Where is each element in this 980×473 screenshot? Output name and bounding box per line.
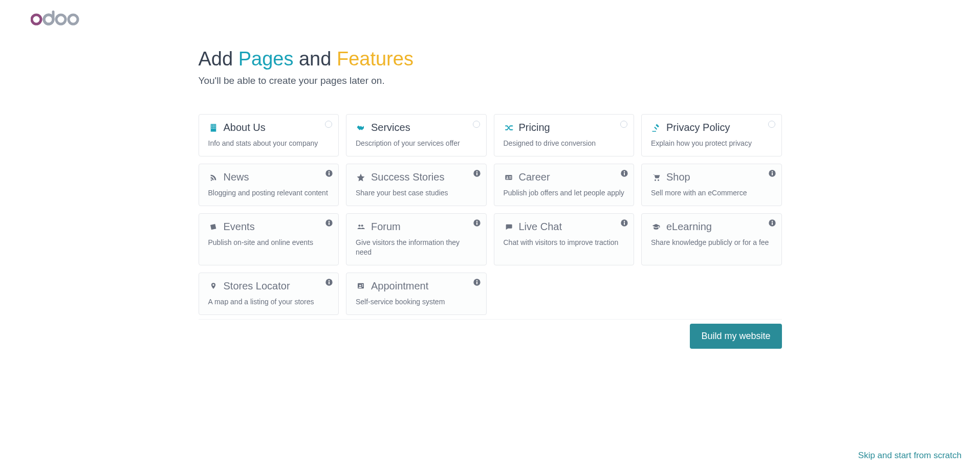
feature-card-pricing[interactable]: PricingDesigned to drive conversion <box>494 114 635 156</box>
svg-point-24 <box>361 224 363 227</box>
select-circle-icon[interactable] <box>473 121 480 128</box>
card-title: eLearning <box>651 221 772 233</box>
feature-card-events[interactable]: EventsPublish on-site and online events <box>199 213 339 265</box>
svg-point-32 <box>771 221 772 222</box>
card-title-text: Shop <box>666 171 690 183</box>
feature-card-services[interactable]: ServicesDescription of your services off… <box>346 114 487 156</box>
feature-card-appointment[interactable]: AppointmentSelf-service booking system <box>346 273 487 315</box>
feature-card-forum[interactable]: ForumGive visitors the information they … <box>346 213 487 265</box>
svg-point-35 <box>329 280 330 281</box>
card-title: Career <box>504 171 625 183</box>
star-icon <box>356 172 366 183</box>
card-title-text: Events <box>224 221 255 233</box>
card-title-text: Live Chat <box>519 221 562 233</box>
feature-grid: About UsInfo and stats about your compan… <box>199 114 782 315</box>
card-description: Publish job offers and let people apply <box>504 188 625 197</box>
card-title-text: News <box>224 171 249 183</box>
pin-icon <box>208 281 219 291</box>
svg-point-26 <box>476 221 477 222</box>
svg-point-3 <box>69 15 78 24</box>
card-title: Stores Locator <box>208 280 330 292</box>
info-icon[interactable] <box>620 169 628 177</box>
card-title: Shop <box>651 171 772 183</box>
select-circle-icon[interactable] <box>325 121 332 128</box>
card-description: Publish on-site and online events <box>208 238 330 247</box>
card-title: Success Stories <box>356 171 477 183</box>
svg-point-2 <box>56 15 66 24</box>
rss-icon <box>208 172 219 183</box>
svg-rect-22 <box>329 222 330 225</box>
card-title: Events <box>208 221 330 233</box>
cart-icon <box>651 172 661 183</box>
svg-point-1 <box>44 15 53 24</box>
info-icon[interactable] <box>473 278 481 286</box>
addressbook-icon <box>356 281 366 291</box>
users-icon <box>356 222 366 232</box>
card-description: Give visitors the information they need <box>356 238 477 256</box>
svg-point-16 <box>658 179 659 181</box>
card-title-text: Pricing <box>519 122 550 133</box>
svg-point-21 <box>329 221 330 222</box>
info-icon[interactable] <box>473 219 481 227</box>
card-title: About Us <box>208 122 330 133</box>
gavel-icon <box>651 123 661 133</box>
info-icon[interactable] <box>325 278 333 286</box>
feature-card-about-us[interactable]: About UsInfo and stats about your compan… <box>199 114 339 156</box>
card-title: Live Chat <box>504 221 625 233</box>
card-title-text: Services <box>371 122 410 133</box>
feature-card-stores-locator[interactable]: Stores LocatorA map and a listing of you… <box>199 273 339 315</box>
svg-rect-33 <box>772 222 773 225</box>
card-title-text: Appointment <box>371 280 428 292</box>
card-title-text: About Us <box>224 122 266 133</box>
svg-rect-27 <box>476 222 477 225</box>
card-title-text: Career <box>519 171 550 183</box>
svg-rect-6 <box>329 173 330 175</box>
handshake-icon <box>356 123 366 133</box>
build-website-button[interactable]: Build my website <box>690 324 781 349</box>
card-description: A map and a listing of your stores <box>208 297 330 306</box>
svg-point-40 <box>476 280 477 281</box>
card-title: News <box>208 171 330 183</box>
feature-card-career[interactable]: CareerPublish job offers and let people … <box>494 164 635 206</box>
svg-rect-36 <box>329 281 330 284</box>
feature-card-elearning[interactable]: eLearningShare knowledge publicly or for… <box>641 213 782 265</box>
svg-point-15 <box>655 179 656 181</box>
svg-point-0 <box>32 15 41 24</box>
svg-rect-9 <box>476 173 477 175</box>
info-icon[interactable] <box>768 219 776 227</box>
card-title-text: Forum <box>371 221 401 233</box>
feature-card-privacy-policy[interactable]: Privacy PolicyExplain how you protect pr… <box>641 114 782 156</box>
select-circle-icon[interactable] <box>620 121 627 128</box>
page-subtitle: You'll be able to create your pages late… <box>199 75 782 86</box>
card-description: Blogging and posting relevant content <box>208 188 330 197</box>
card-title-text: Success Stories <box>371 171 444 183</box>
info-icon[interactable] <box>325 169 333 177</box>
feature-card-live-chat[interactable]: Live ChatChat with visitors to improve t… <box>494 213 635 265</box>
svg-rect-41 <box>476 281 477 284</box>
info-icon[interactable] <box>325 219 333 227</box>
svg-point-38 <box>359 285 361 286</box>
page-title: Add Pages and Features <box>199 48 782 70</box>
card-description: Explain how you protect privacy <box>651 139 772 148</box>
card-title: Services <box>356 122 477 133</box>
info-icon[interactable] <box>768 169 776 177</box>
info-icon[interactable] <box>620 219 628 227</box>
card-description: Self-service booking system <box>356 297 477 306</box>
feature-card-news[interactable]: NewsBlogging and posting relevant conten… <box>199 164 339 206</box>
card-title: Privacy Policy <box>651 122 772 133</box>
card-description: Info and stats about your company <box>208 139 330 148</box>
svg-point-18 <box>771 171 772 172</box>
building-icon <box>208 123 219 133</box>
select-circle-icon[interactable] <box>768 121 775 128</box>
card-description: Description of your services offer <box>356 139 477 148</box>
feature-card-shop[interactable]: ShopSell more with an eCommerce <box>641 164 782 206</box>
svg-rect-14 <box>624 173 625 175</box>
card-description: Share your best case studies <box>356 188 477 197</box>
info-icon[interactable] <box>473 169 481 177</box>
feature-card-success-stories[interactable]: Success StoriesShare your best case stud… <box>346 164 487 206</box>
card-title: Pricing <box>504 122 625 133</box>
svg-rect-30 <box>624 222 625 225</box>
card-description: Chat with visitors to improve traction <box>504 238 625 247</box>
card-title-text: Stores Locator <box>224 280 290 292</box>
svg-point-23 <box>358 224 360 227</box>
